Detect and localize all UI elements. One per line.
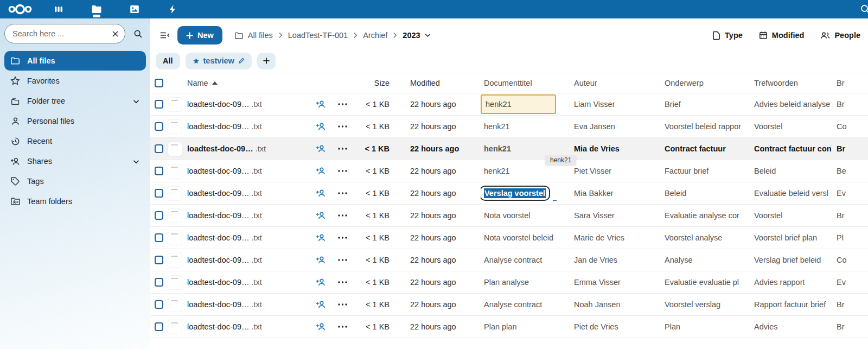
sidebar-item-favorites[interactable]: Favorites: [4, 71, 146, 91]
cell-extra[interactable]: Br: [837, 100, 868, 109]
row-checkbox[interactable]: [155, 167, 163, 175]
sidebar-toggle-icon[interactable]: [156, 26, 174, 45]
share-icon[interactable]: [310, 211, 331, 220]
cell-auteur[interactable]: Liam Visser: [574, 100, 665, 109]
table-row[interactable]: loadtest-doc-09….txt < 1 KB 22 hours ago…: [150, 294, 868, 316]
sidebar-item-all-files[interactable]: All files: [4, 51, 146, 71]
chip-testview[interactable]: testview: [186, 53, 252, 69]
row-actions-menu-icon[interactable]: [331, 148, 353, 150]
breadcrumb-current[interactable]: 2023: [403, 31, 430, 40]
new-button[interactable]: New: [177, 26, 222, 45]
cell-extra[interactable]: Be: [837, 167, 868, 175]
cell-auteur[interactable]: Noah Jansen: [574, 300, 665, 309]
cell-onderwerp[interactable]: Voorstel analyse: [665, 233, 754, 242]
share-icon[interactable]: [310, 100, 331, 109]
search-input[interactable]: [4, 24, 125, 43]
row-actions-menu-icon[interactable]: [331, 192, 353, 194]
row-checkbox[interactable]: [155, 189, 163, 198]
select-all-checkbox[interactable]: [155, 79, 163, 87]
table-row[interactable]: loadtest-doc-09….txt < 1 KB 22 hours ago…: [150, 93, 868, 116]
cell-trefwoorden[interactable]: Advies rapport: [754, 278, 837, 287]
sidebar-item-folder-tree[interactable]: Folder tree: [4, 91, 146, 111]
cell-trefwoorden[interactable]: Voorstel brief plan: [754, 233, 837, 242]
cell-auteur[interactable]: Jan de Vries: [574, 256, 665, 264]
cell-extra[interactable]: Br: [837, 144, 868, 153]
cell-onderwerp[interactable]: Voorstel beleid rappor: [665, 122, 754, 131]
cell-onderwerp[interactable]: Brief: [665, 100, 754, 109]
share-icon[interactable]: [310, 278, 331, 287]
activity-icon[interactable]: [166, 1, 179, 17]
cell-extra[interactable]: Ev: [837, 189, 868, 198]
row-checkbox[interactable]: [155, 278, 163, 287]
sidebar-item-personal-files[interactable]: Personal files: [4, 111, 146, 131]
sidebar-item-team-folders[interactable]: Team folders: [4, 192, 146, 211]
clear-search-icon[interactable]: [110, 29, 120, 39]
cell-trefwoorden[interactable]: Rapport factuur brief: [754, 300, 837, 309]
share-icon[interactable]: [310, 256, 331, 264]
row-actions-menu-icon[interactable]: [331, 103, 353, 105]
cell-documenttitel[interactable]: Analyse contract: [481, 256, 574, 264]
table-row[interactable]: loadtest-doc-09….txt < 1 KB 22 hours ago…: [150, 316, 868, 338]
chevron-down-icon[interactable]: [133, 157, 139, 166]
cell-documenttitel[interactable]: henk21: [481, 167, 574, 175]
cell-trefwoorden[interactable]: Advies beleid analyse: [754, 100, 837, 109]
cell-trefwoorden[interactable]: Beleid: [754, 167, 837, 175]
cell-onderwerp[interactable]: Plan: [665, 322, 754, 331]
column-header-name[interactable]: Name: [183, 79, 310, 87]
column-header-auteur[interactable]: Auteur: [574, 79, 665, 87]
cell-auteur[interactable]: Piet de Vries: [574, 322, 665, 331]
row-actions-menu-icon[interactable]: [331, 259, 353, 261]
column-header-onderwerp[interactable]: Onderwerp: [665, 79, 754, 87]
row-actions-menu-icon[interactable]: [331, 214, 353, 217]
unified-search-icon[interactable]: [859, 0, 868, 18]
file-name[interactable]: loadtest-doc-09….txt: [183, 144, 310, 153]
cell-trefwoorden[interactable]: Contract factuur con: [754, 144, 837, 153]
cell-trefwoorden[interactable]: Evaluatie beleid versl: [754, 189, 837, 198]
table-row[interactable]: loadtest-doc-09….txt < 1 KB 22 hours ago…: [150, 160, 868, 182]
cell-onderwerp[interactable]: Factuur brief: [665, 167, 754, 175]
filter-modified-button[interactable]: Modified: [759, 31, 805, 40]
file-name[interactable]: loadtest-doc-09….txt: [183, 211, 310, 220]
pencil-icon[interactable]: [238, 58, 245, 64]
file-name[interactable]: loadtest-doc-09….txt: [183, 322, 310, 331]
column-header-modified[interactable]: Modified: [410, 79, 481, 87]
table-row[interactable]: loadtest-doc-09….txt < 1 KB 22 hours ago…: [150, 138, 868, 160]
cell-auteur[interactable]: Emma Visser: [574, 278, 665, 287]
file-name[interactable]: loadtest-doc-09….txt: [183, 167, 310, 175]
cell-onderwerp[interactable]: Voorstel verslag: [665, 300, 754, 309]
cell-auteur[interactable]: Marie de Vries: [574, 233, 665, 242]
share-icon[interactable]: [310, 233, 331, 242]
table-row[interactable]: loadtest-doc-09….txt < 1 KB 22 hours ago…: [150, 205, 868, 227]
filter-people-button[interactable]: People: [820, 31, 860, 40]
cell-auteur[interactable]: Eva Jansen: [574, 122, 665, 131]
column-header-trefwoorden[interactable]: Trefwoorden: [754, 79, 837, 87]
filter-type-button[interactable]: Type: [712, 31, 743, 40]
row-actions-menu-icon[interactable]: [331, 303, 353, 306]
file-name[interactable]: loadtest-doc-09….txt: [183, 122, 310, 131]
cell-onderwerp[interactable]: Beleid: [665, 189, 754, 198]
cell-auteur[interactable]: Mia Bakker: [574, 189, 665, 198]
cell-onderwerp[interactable]: Evaluatie analyse cor: [665, 211, 754, 220]
cell-auteur[interactable]: Piet Visser: [574, 167, 665, 175]
nextcloud-logo[interactable]: [8, 3, 33, 15]
cell-extra[interactable]: Co: [837, 122, 868, 131]
table-row[interactable]: loadtest-doc-09….txt < 1 KB 22 hours ago…: [150, 227, 868, 249]
row-checkbox[interactable]: [155, 300, 163, 309]
chevron-down-icon[interactable]: [133, 97, 139, 105]
table-row[interactable]: loadtest-doc-09….txt < 1 KB 22 hours ago…: [150, 271, 868, 294]
column-header-size[interactable]: Size: [353, 79, 391, 87]
row-actions-menu-icon[interactable]: [331, 281, 353, 283]
share-icon[interactable]: [310, 322, 331, 331]
row-checkbox[interactable]: [155, 211, 163, 220]
sidebar-item-recent[interactable]: Recent: [4, 131, 146, 151]
column-header-extra[interactable]: Br: [837, 79, 868, 87]
cell-trefwoorden[interactable]: Voorstel: [754, 211, 837, 220]
share-icon[interactable]: [310, 300, 331, 309]
cell-onderwerp[interactable]: Evaluatie evaluatie pl: [665, 278, 754, 287]
cell-trefwoorden[interactable]: Verslag brief beleid: [754, 256, 837, 264]
table-row[interactable]: loadtest-doc-09….txt < 1 KB 22 hours ago…: [150, 249, 868, 271]
files-icon[interactable]: [90, 1, 103, 17]
row-checkbox[interactable]: [155, 233, 163, 242]
row-actions-menu-icon[interactable]: [331, 237, 353, 239]
file-name[interactable]: loadtest-doc-09….txt: [183, 233, 310, 242]
